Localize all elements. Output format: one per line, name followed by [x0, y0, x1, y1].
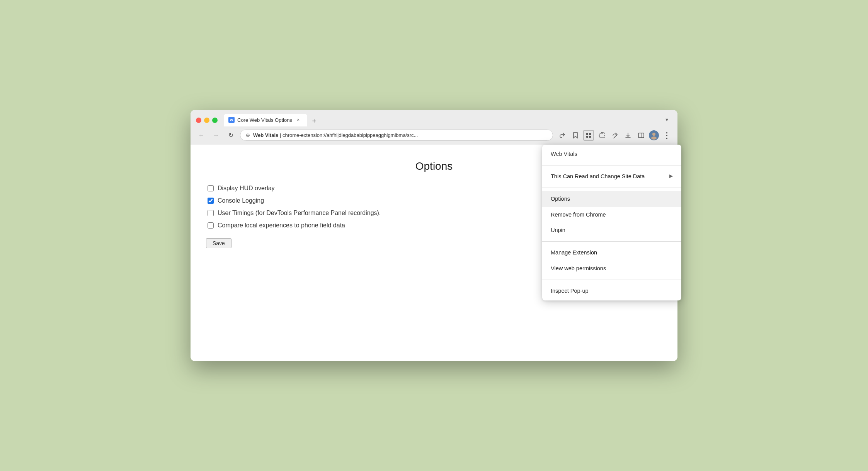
menu-item-manage-label: Manage Extension: [551, 249, 597, 256]
menu-item-site-data-label: This Can Read and Change Site Data: [551, 173, 645, 180]
extension-active-button[interactable]: [583, 130, 594, 141]
maximize-window-button[interactable]: [212, 118, 218, 123]
split-view-button[interactable]: [636, 130, 647, 141]
menu-item-manage-extension[interactable]: Manage Extension: [542, 245, 681, 261]
address-bar-row: ← → ↻ ⊕ Web Vitals | chrome-extension://…: [191, 126, 677, 145]
option-label-compare: Compare local experiences to phone field…: [218, 222, 345, 229]
save-button[interactable]: Save: [206, 238, 231, 248]
tab-close-button[interactable]: ×: [295, 116, 302, 123]
menu-item-inspect[interactable]: Inspect Pop-up: [542, 283, 681, 299]
svg-marker-0: [574, 133, 577, 138]
reload-button[interactable]: ↻: [225, 130, 236, 141]
more-menu-button[interactable]: ⋮: [661, 130, 672, 141]
svg-rect-2: [589, 133, 591, 135]
svg-rect-1: [586, 133, 588, 135]
pin-button[interactable]: [609, 130, 620, 141]
url-text: Web Vitals | chrome-extension://ahfhijdl…: [253, 132, 547, 138]
svg-rect-4: [589, 136, 591, 138]
url-sitename: Web Vitals: [253, 132, 278, 138]
menu-item-remove-label: Remove from Chrome: [551, 211, 606, 218]
menu-item-unpin-label: Unpin: [551, 227, 565, 234]
menu-group-2: This Can Read and Change Site Data ▶: [542, 167, 681, 186]
menu-item-web-vitals[interactable]: Web Vitals: [542, 146, 681, 162]
menu-item-web-permissions-label: View web permissions: [551, 265, 606, 272]
menu-divider-2: [542, 188, 681, 188]
svg-point-7: [652, 133, 655, 136]
svg-rect-3: [586, 136, 588, 138]
tab-favicon: W: [228, 117, 235, 123]
download-button[interactable]: [623, 130, 633, 141]
menu-divider-3: [542, 241, 681, 242]
share-button[interactable]: [557, 130, 568, 141]
security-icon: ⊕: [246, 132, 250, 138]
option-label-timings: User Timings (for DevTools Performance P…: [218, 210, 381, 217]
chevron-right-icon: ▶: [669, 173, 673, 179]
menu-item-inspect-label: Inspect Pop-up: [551, 287, 589, 295]
option-label-console: Console Logging: [218, 197, 264, 204]
menu-item-remove[interactable]: Remove from Chrome: [542, 207, 681, 223]
toolbar-icons: ⋮: [557, 130, 672, 141]
url-separator: |: [280, 132, 283, 138]
tabs-row: W Core Web Vitals Options × + ▾: [224, 114, 672, 126]
context-menu: Web Vitals This Can Read and Change Site…: [542, 145, 681, 300]
traffic-lights: [196, 118, 218, 123]
minimize-window-button[interactable]: [204, 118, 209, 123]
menu-item-web-vitals-label: Web Vitals: [551, 150, 577, 158]
tab-list-button[interactable]: ▾: [661, 114, 672, 125]
menu-group-4: Manage Extension View web permissions: [542, 243, 681, 278]
profile-avatar[interactable]: [649, 130, 659, 140]
back-button[interactable]: ←: [196, 130, 207, 141]
menu-item-options-label: Options: [551, 195, 570, 203]
url-path: chrome-extension://ahfhijdlegdabablpippe…: [283, 132, 418, 138]
menu-group-5: Inspect Pop-up: [542, 282, 681, 300]
menu-group-3: Options Remove from Chrome Unpin: [542, 189, 681, 240]
extensions-puzzle-button[interactable]: [596, 130, 607, 141]
tab-title: Core Web Vitals Options: [237, 117, 292, 123]
address-bar[interactable]: ⊕ Web Vitals | chrome-extension://ahfhij…: [240, 130, 553, 141]
checkbox-console[interactable]: [208, 198, 214, 204]
checkbox-timings[interactable]: [208, 210, 214, 216]
svg-point-8: [651, 137, 657, 140]
new-tab-button[interactable]: +: [309, 116, 320, 126]
forward-button[interactable]: →: [211, 130, 221, 141]
browser-window: W Core Web Vitals Options × + ▾ ← → ↻ ⊕ …: [191, 110, 677, 361]
checkbox-hud[interactable]: [208, 185, 214, 191]
menu-divider-1: [542, 165, 681, 166]
menu-item-web-permissions[interactable]: View web permissions: [542, 261, 681, 276]
option-label-hud: Display HUD overlay: [218, 185, 275, 192]
menu-divider-4: [542, 280, 681, 280]
checkbox-compare[interactable]: [208, 222, 214, 229]
title-bar: W Core Web Vitals Options × + ▾: [191, 110, 677, 126]
menu-item-site-data[interactable]: This Can Read and Change Site Data ▶: [542, 169, 681, 184]
menu-item-unpin[interactable]: Unpin: [542, 222, 681, 238]
active-tab[interactable]: W Core Web Vitals Options ×: [224, 114, 307, 126]
close-window-button[interactable]: [196, 118, 201, 123]
menu-group-1: Web Vitals: [542, 145, 681, 164]
menu-item-options[interactable]: Options: [542, 191, 681, 207]
bookmark-button[interactable]: [570, 130, 581, 141]
